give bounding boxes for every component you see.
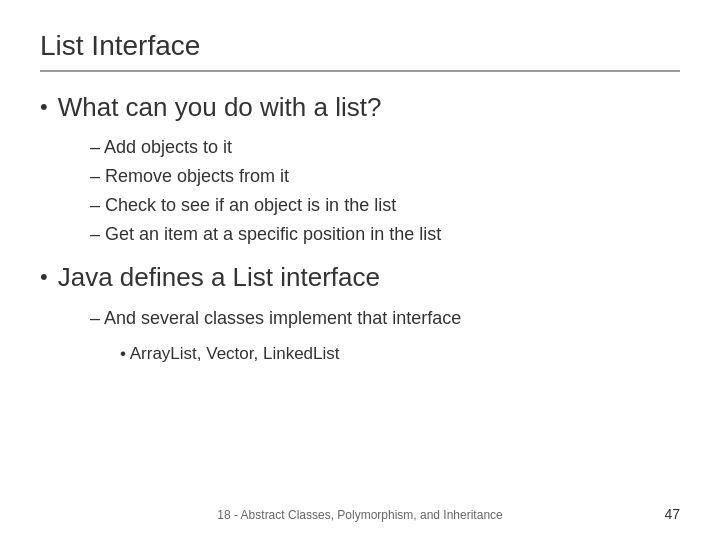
sub-bullet-1-1: – Add objects to it xyxy=(90,133,680,162)
footer-page: 47 xyxy=(664,506,680,522)
bullet-1: • What can you do with a list? xyxy=(40,92,680,123)
bullet-2-dot: • xyxy=(40,264,48,290)
bullet-2-sub-list: – And several classes implement that int… xyxy=(90,304,680,368)
sub-sub-bullet-1: ArrayList, Vector, LinkedList xyxy=(120,340,680,367)
sub-bullet-1-2: – Remove objects from it xyxy=(90,162,680,191)
bullet-2-text: Java defines a List interface xyxy=(58,262,380,293)
bullet-1-sub-list: – Add objects to it – Remove objects fro… xyxy=(90,133,680,248)
slide-title: List Interface xyxy=(40,30,680,72)
sub-bullet-2-1: – And several classes implement that int… xyxy=(90,304,680,333)
bullet-2: • Java defines a List interface xyxy=(40,262,680,293)
bullet-1-text: What can you do with a list? xyxy=(58,92,382,123)
bullet-1-dot: • xyxy=(40,94,48,120)
footer-center: 18 - Abstract Classes, Polymorphism, and… xyxy=(0,508,720,522)
sub-sub-bullets: ArrayList, Vector, LinkedList xyxy=(120,340,680,367)
sub-bullet-1-3: – Check to see if an object is in the li… xyxy=(90,191,680,220)
slide: List Interface • What can you do with a … xyxy=(0,0,720,540)
sub-bullet-1-4: – Get an item at a specific position in … xyxy=(90,220,680,249)
